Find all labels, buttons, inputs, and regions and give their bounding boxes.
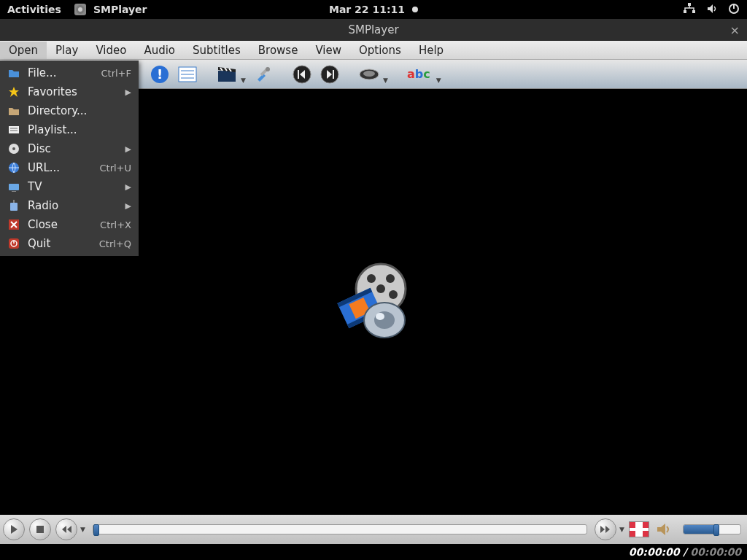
open-favorites-item[interactable]: Favorites ▶ [0, 82, 139, 101]
toolbar-prev-button[interactable] [291, 63, 313, 85]
toolbar-subtitle-button[interactable]: abc [404, 63, 433, 85]
menu-item-label: Directory... [28, 104, 87, 117]
dropdown-arrow-icon[interactable]: ▼ [80, 526, 85, 533]
menu-options[interactable]: Options [350, 42, 410, 59]
menu-label: Audio [144, 44, 175, 57]
menu-label: Open [9, 44, 38, 57]
svg-rect-49 [36, 526, 44, 533]
clock-text: Mar 22 11:11 [329, 4, 405, 15]
menu-item-label: TV [28, 180, 42, 193]
svg-rect-4 [692, 10, 695, 13]
star-icon [7, 86, 20, 98]
svg-point-40 [389, 290, 398, 299]
menu-item-label: Close [28, 218, 58, 231]
seek-handle[interactable] [93, 524, 99, 536]
menu-view[interactable]: View [306, 42, 350, 59]
status-bar: 00:00:00 / 00:00:00 [0, 544, 747, 560]
forward-button[interactable] [595, 518, 616, 540]
toolbar-aspect-button[interactable] [358, 63, 380, 85]
dropdown-arrow-icon[interactable]: ▼ [241, 77, 246, 84]
volume-slider[interactable] [683, 524, 741, 534]
topbar-clock[interactable]: Mar 22 11:11 [329, 4, 418, 15]
svg-rect-31 [298, 70, 299, 79]
svg-rect-14 [12, 191, 16, 192]
seek-slider[interactable] [93, 524, 587, 534]
svg-rect-15 [10, 203, 18, 211]
menu-item-label: URL... [28, 161, 60, 174]
svg-rect-7 [9, 126, 19, 133]
toolbar-playlist-button[interactable] [177, 63, 198, 85]
menu-help[interactable]: Help [410, 42, 452, 59]
menu-play[interactable]: Play [47, 42, 87, 59]
menu-open[interactable]: Open File... Ctrl+F Favorites ▶ Director… [0, 42, 47, 59]
menu-item-label: File... [28, 66, 56, 79]
svg-rect-13 [9, 184, 19, 190]
gnome-top-bar: Activities SMPlayer Mar 22 11:11 [0, 0, 747, 19]
toolbar-next-button[interactable] [319, 63, 341, 85]
menu-subtitles[interactable]: Subtitles [184, 42, 249, 59]
svg-rect-2 [688, 3, 691, 6]
toolbar-clapper-button[interactable] [216, 63, 238, 85]
dropdown-arrow-icon[interactable]: ▼ [383, 77, 388, 84]
menu-item-label: Quit [28, 237, 50, 250]
menu-audio[interactable]: Audio [135, 42, 184, 59]
svg-rect-3 [684, 10, 686, 13]
time-total: 00:00:00 [690, 546, 741, 558]
svg-text:!: ! [157, 66, 163, 82]
smplayer-logo-icon [326, 258, 421, 346]
submenu-arrow-icon: ▶ [125, 182, 131, 192]
play-button[interactable] [3, 518, 25, 540]
open-radio-item[interactable]: Radio ▶ [0, 196, 139, 215]
dropdown-arrow-icon[interactable]: ▼ [436, 77, 441, 84]
volume-fill [684, 525, 715, 534]
open-tv-item[interactable]: TV ▶ [0, 177, 139, 196]
menu-bar: Open File... Ctrl+F Favorites ▶ Director… [0, 41, 747, 60]
svg-point-37 [367, 274, 376, 283]
menu-shortcut: Ctrl+Q [99, 238, 131, 249]
volume-icon[interactable] [706, 3, 718, 17]
time-separator: / [679, 546, 690, 558]
svg-point-38 [386, 274, 395, 283]
toolbar-info-button[interactable]: ! [149, 63, 171, 85]
submenu-arrow-icon: ▶ [125, 88, 131, 97]
open-close-item[interactable]: Close Ctrl+X [0, 215, 139, 234]
toolbar-preferences-button[interactable] [252, 63, 274, 85]
control-bar: ▼ ▼ [0, 515, 747, 544]
svg-point-35 [363, 71, 375, 77]
svg-point-11 [12, 147, 15, 150]
volume-handle[interactable] [713, 524, 719, 536]
open-directory-item[interactable]: Directory... [0, 101, 139, 120]
rewind-button[interactable] [55, 518, 77, 540]
mute-button[interactable] [654, 521, 676, 537]
activities-button[interactable]: Activities [7, 4, 61, 15]
menu-label: Options [359, 44, 401, 57]
svg-point-41 [376, 284, 385, 293]
menu-label: Browse [258, 44, 298, 57]
menu-item-label: Playlist... [28, 123, 77, 136]
menu-browse[interactable]: Browse [249, 42, 307, 59]
power-icon[interactable] [728, 3, 740, 17]
topbar-app-indicator[interactable]: SMPlayer [74, 4, 147, 15]
svg-point-48 [376, 313, 384, 320]
tv-icon [7, 182, 20, 192]
window-titlebar: SMPlayer × [0, 19, 747, 41]
dropdown-arrow-icon[interactable]: ▼ [619, 526, 624, 533]
directory-icon [7, 106, 20, 116]
menu-shortcut: Ctrl+U [99, 163, 131, 174]
notification-dot-icon [412, 7, 418, 12]
window-close-button[interactable]: × [730, 23, 740, 37]
fullscreen-button[interactable] [629, 521, 649, 537]
menu-item-label: Radio [28, 199, 58, 212]
open-playlist-item[interactable]: Playlist... [0, 120, 139, 139]
open-quit-item[interactable]: Quit Ctrl+Q [0, 234, 139, 253]
network-icon[interactable] [683, 3, 696, 17]
open-menu-dropdown: File... Ctrl+F Favorites ▶ Directory... … [0, 61, 139, 256]
menu-label: Play [55, 44, 78, 57]
menu-video[interactable]: Video [87, 42, 135, 59]
open-file-item[interactable]: File... Ctrl+F [0, 63, 139, 82]
stop-button[interactable] [29, 518, 51, 540]
time-current: 00:00:00 [629, 546, 680, 558]
open-disc-item[interactable]: Disc ▶ [0, 139, 139, 158]
window-title: SMPlayer [348, 23, 398, 36]
open-url-item[interactable]: URL... Ctrl+U [0, 158, 139, 177]
